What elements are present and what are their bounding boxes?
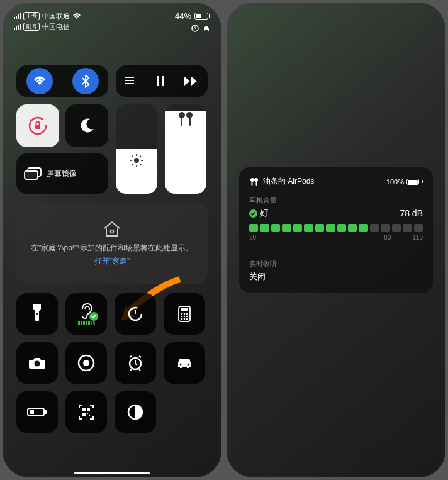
wifi-toggle[interactable] [26, 68, 53, 94]
playlist-icon [125, 77, 137, 86]
carplay-button[interactable] [164, 342, 205, 384]
camera-icon [28, 356, 46, 370]
alarm-icon [126, 354, 144, 372]
svg-rect-2 [125, 83, 134, 84]
hearing-mini-bars [78, 321, 95, 325]
home-text: 在"家庭"App中添加的配件和场景将在此处显示。 [31, 243, 193, 254]
svg-rect-57 [256, 181, 257, 186]
device-name: 油条的 AirPods [263, 176, 314, 187]
dnd-toggle[interactable] [65, 104, 108, 147]
screen-mirroring-button[interactable]: 屏幕镜像 [16, 153, 108, 194]
brightness-slider[interactable] [116, 104, 157, 194]
bluetooth-toggle[interactable] [72, 68, 99, 94]
svg-rect-55 [252, 181, 253, 186]
svg-point-44 [188, 364, 189, 366]
timer-button[interactable] [115, 293, 156, 335]
qr-scan-button[interactable] [65, 391, 107, 433]
svg-point-36 [181, 318, 183, 320]
svg-point-37 [184, 318, 186, 320]
control-center: 屏幕镜像 在"家庭"App中添加的配件和场景将在此处显示。 打开"家庭" [16, 65, 208, 466]
scale-max: 110 [412, 234, 423, 241]
svg-point-25 [36, 313, 38, 315]
svg-point-23 [111, 230, 114, 233]
alarm-button[interactable] [115, 342, 156, 384]
svg-point-39 [35, 361, 40, 367]
live-listen-row[interactable]: 实时收听 关闭 [249, 259, 423, 282]
check-badge-icon [89, 312, 98, 321]
svg-point-34 [184, 316, 186, 318]
svg-rect-29 [181, 308, 188, 311]
db-meter [249, 224, 423, 232]
orientation-lock-icon [27, 115, 48, 137]
calculator-button[interactable] [164, 293, 205, 335]
db-value: 78 dB [400, 208, 423, 218]
connectivity-group[interactable] [16, 65, 108, 97]
headphones-status-icon [203, 25, 210, 32]
record-icon [77, 354, 95, 372]
calculator-icon [178, 306, 191, 322]
orientation-lock-toggle[interactable] [16, 104, 59, 147]
status-bar: 主号 中国联通 副号 中国电信 44% [3, 3, 221, 63]
sim2-badge: 副号 [23, 23, 40, 31]
svg-rect-5 [162, 76, 164, 86]
svg-point-33 [181, 316, 183, 318]
home-indicator[interactable] [74, 472, 150, 474]
battery-icon [406, 179, 419, 185]
check-icon [249, 209, 257, 218]
phone-right: 油条的 AirPods 100% 耳机音量 好 78 dB 20 80 110 … [227, 3, 445, 477]
airpods-icon [177, 111, 194, 127]
svg-point-43 [180, 364, 182, 366]
car-icon [175, 357, 194, 369]
signal-bars-1 [14, 13, 21, 19]
svg-point-30 [181, 313, 183, 315]
svg-rect-52 [89, 415, 90, 416]
battery-pct: 44% [175, 11, 191, 21]
scale-min: 20 [249, 234, 256, 241]
screen-mirroring-label: 屏幕镜像 [47, 169, 77, 179]
pause-icon[interactable] [156, 76, 165, 86]
carrier-1: 中国联通 [42, 11, 70, 21]
svg-rect-20 [189, 117, 191, 126]
svg-rect-51 [87, 413, 88, 414]
camera-button[interactable] [16, 342, 58, 384]
scale-mid: 80 [384, 234, 391, 241]
volume-status-text: 好 [260, 208, 269, 219]
svg-line-13 [132, 156, 133, 157]
timer-icon [127, 306, 143, 322]
svg-line-16 [132, 164, 133, 165]
mirror-icon [24, 167, 42, 180]
flashlight-button[interactable] [16, 293, 58, 335]
svg-rect-49 [87, 408, 90, 411]
volume-slider[interactable] [165, 104, 206, 194]
hearing-button[interactable] [65, 293, 107, 335]
screen-record-button[interactable] [65, 342, 107, 384]
svg-point-31 [184, 313, 186, 315]
battery-icon [194, 13, 210, 20]
home-link[interactable]: 打开"家庭" [94, 256, 130, 267]
svg-rect-46 [45, 410, 47, 414]
svg-line-15 [140, 156, 141, 157]
svg-rect-22 [25, 171, 38, 179]
forward-icon[interactable] [184, 77, 198, 86]
live-listen-value: 关闭 [249, 271, 423, 282]
svg-rect-7 [35, 125, 40, 129]
low-power-button[interactable] [16, 391, 58, 433]
dark-mode-button[interactable] [115, 391, 156, 433]
svg-point-38 [186, 318, 188, 320]
svg-rect-3 [125, 77, 134, 78]
qr-icon [78, 404, 94, 420]
airpods-icon [249, 177, 259, 187]
svg-point-41 [83, 360, 89, 366]
svg-rect-50 [82, 413, 86, 416]
sun-icon [130, 154, 143, 167]
carrier-2: 中国电信 [42, 22, 70, 31]
home-tile[interactable]: 在"家庭"App中添加的配件和场景将在此处显示。 打开"家庭" [16, 203, 208, 284]
svg-rect-47 [30, 410, 34, 414]
media-controls[interactable] [116, 65, 208, 97]
svg-line-14 [140, 164, 141, 165]
hearing-panel: 油条的 AirPods 100% 耳机音量 好 78 dB 20 80 110 … [239, 167, 433, 293]
signal-bars-2 [14, 24, 21, 30]
svg-rect-24 [33, 304, 41, 306]
phone-left: 主号 中国联通 副号 中国电信 44% [3, 3, 221, 477]
wifi-icon [72, 13, 81, 20]
